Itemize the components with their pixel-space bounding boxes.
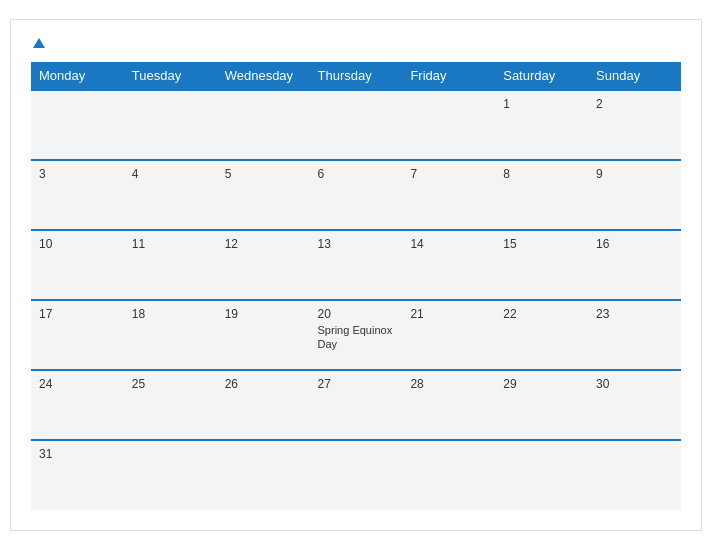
day-number: 23 (596, 307, 673, 321)
calendar-week-row: 3456789 (31, 160, 681, 230)
day-number: 29 (503, 377, 580, 391)
calendar-cell (124, 440, 217, 510)
day-number: 19 (225, 307, 302, 321)
weekday-row: MondayTuesdayWednesdayThursdayFridaySatu… (31, 62, 681, 90)
day-number: 12 (225, 237, 302, 251)
day-number: 1 (503, 97, 580, 111)
day-number: 10 (39, 237, 116, 251)
calendar-cell: 10 (31, 230, 124, 300)
day-number: 21 (410, 307, 487, 321)
calendar-cell: 31 (31, 440, 124, 510)
day-number: 15 (503, 237, 580, 251)
calendar-cell (402, 440, 495, 510)
calendar-cell (402, 90, 495, 160)
weekday-header: Wednesday (217, 62, 310, 90)
calendar-cell: 9 (588, 160, 681, 230)
calendar-cell: 4 (124, 160, 217, 230)
calendar-cell: 1 (495, 90, 588, 160)
calendar-cell: 23 (588, 300, 681, 370)
day-number: 8 (503, 167, 580, 181)
calendar-cell: 29 (495, 370, 588, 440)
calendar-cell (124, 90, 217, 160)
calendar-cell: 20Spring Equinox Day (310, 300, 403, 370)
weekday-header: Tuesday (124, 62, 217, 90)
weekday-header: Sunday (588, 62, 681, 90)
calendar-cell: 6 (310, 160, 403, 230)
calendar-cell: 14 (402, 230, 495, 300)
calendar-cell (495, 440, 588, 510)
calendar-cell: 13 (310, 230, 403, 300)
logo-triangle-icon (33, 38, 45, 48)
calendar-cell (31, 90, 124, 160)
calendar-cell: 16 (588, 230, 681, 300)
day-number: 22 (503, 307, 580, 321)
weekday-header: Thursday (310, 62, 403, 90)
weekday-header: Friday (402, 62, 495, 90)
day-number: 24 (39, 377, 116, 391)
day-number: 3 (39, 167, 116, 181)
day-number: 9 (596, 167, 673, 181)
calendar-cell: 19 (217, 300, 310, 370)
calendar-cell (217, 440, 310, 510)
calendar-cell: 22 (495, 300, 588, 370)
calendar-week-row: 17181920Spring Equinox Day212223 (31, 300, 681, 370)
calendar-cell (217, 90, 310, 160)
calendar-cell: 12 (217, 230, 310, 300)
day-number: 7 (410, 167, 487, 181)
day-number: 4 (132, 167, 209, 181)
calendar-cell: 28 (402, 370, 495, 440)
calendar-cell: 25 (124, 370, 217, 440)
calendar-week-row: 24252627282930 (31, 370, 681, 440)
calendar-cell: 17 (31, 300, 124, 370)
calendar-cell: 24 (31, 370, 124, 440)
calendar-cell: 30 (588, 370, 681, 440)
day-number: 13 (318, 237, 395, 251)
weekday-header: Monday (31, 62, 124, 90)
logo-general (31, 36, 45, 50)
calendar-cell: 18 (124, 300, 217, 370)
calendar-cell: 8 (495, 160, 588, 230)
calendar-body: 1234567891011121314151617181920Spring Eq… (31, 90, 681, 510)
calendar-week-row: 31 (31, 440, 681, 510)
day-number: 31 (39, 447, 116, 461)
day-number: 16 (596, 237, 673, 251)
calendar-week-row: 10111213141516 (31, 230, 681, 300)
day-number: 6 (318, 167, 395, 181)
day-number: 27 (318, 377, 395, 391)
calendar-cell (588, 440, 681, 510)
calendar-cell: 11 (124, 230, 217, 300)
calendar-header-row: MondayTuesdayWednesdayThursdayFridaySatu… (31, 62, 681, 90)
calendar-cell: 21 (402, 300, 495, 370)
calendar-cell: 3 (31, 160, 124, 230)
calendar-grid: MondayTuesdayWednesdayThursdayFridaySatu… (31, 62, 681, 510)
calendar-cell: 5 (217, 160, 310, 230)
calendar-week-row: 12 (31, 90, 681, 160)
calendar-cell: 15 (495, 230, 588, 300)
day-number: 25 (132, 377, 209, 391)
calendar-cell: 2 (588, 90, 681, 160)
calendar-header (31, 36, 681, 50)
calendar-cell: 26 (217, 370, 310, 440)
day-number: 14 (410, 237, 487, 251)
day-number: 11 (132, 237, 209, 251)
day-number: 17 (39, 307, 116, 321)
day-number: 26 (225, 377, 302, 391)
calendar-cell: 7 (402, 160, 495, 230)
day-number: 30 (596, 377, 673, 391)
calendar-cell (310, 90, 403, 160)
logo (31, 36, 45, 50)
calendar-cell: 27 (310, 370, 403, 440)
calendar-cell (310, 440, 403, 510)
calendar-container: MondayTuesdayWednesdayThursdayFridaySatu… (10, 19, 702, 531)
holiday-name: Spring Equinox Day (318, 323, 395, 352)
day-number: 18 (132, 307, 209, 321)
day-number: 2 (596, 97, 673, 111)
day-number: 5 (225, 167, 302, 181)
day-number: 28 (410, 377, 487, 391)
weekday-header: Saturday (495, 62, 588, 90)
day-number: 20 (318, 307, 395, 321)
